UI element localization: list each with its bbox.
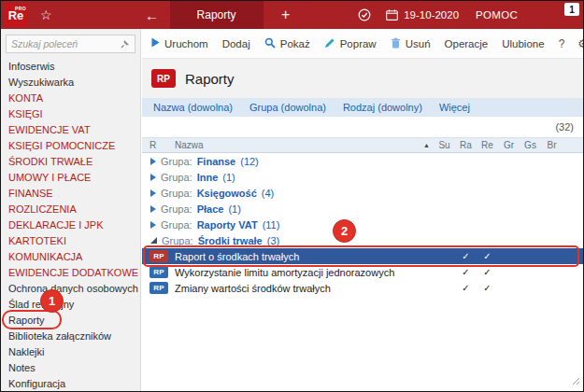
column-header-nazwa[interactable]: Nazwa ▲ [175,140,434,150]
group-row-finanse[interactable]: Grupa: Finanse (12) [142,153,583,169]
group-prefix: Grupa: [162,235,193,246]
sidebar-item-wyszukiwarka[interactable]: Wyszukiwarka [1,75,140,91]
sidebar-item-biblioteka-zalacznikow[interactable]: Biblioteka załączników [1,329,140,344]
column-header-gs[interactable]: Gs [520,140,541,150]
sidebar-item-ewidencje-dodatkowe[interactable]: EWIDENCJE DODATKOWE [1,265,140,281]
col-ra-check: ✓ [455,283,477,293]
work-date[interactable]: 19-10-2020 [404,9,459,21]
sidebar-item-umowy-i-place[interactable]: UMOWY I PŁACE [1,170,140,186]
help-button[interactable]: ? [559,37,565,50]
page-title: Raporty [185,71,235,87]
column-header-ra[interactable]: Ra [455,140,477,150]
favorites-menu[interactable]: Ulubione [502,38,544,49]
group-name: Inne [197,172,219,183]
callout-box-raporty [2,310,62,329]
filter-name[interactable]: Nazwa (dowolna) [153,102,233,113]
main-area: Uruchom Dodaj Pokaż Popraw Usuń Operacje [142,29,583,391]
sidebar-item-kartoteki[interactable]: KARTOTEKI [1,233,140,249]
module-rp-icon: RP [151,69,176,88]
group-name: Płace [197,203,224,215]
group-count: (12) [240,156,259,167]
column-header-r[interactable]: R [150,140,175,150]
operations-label: Operacje [445,38,489,49]
filter-kind[interactable]: Rodzaj (dowolny) [343,102,422,113]
column-header-re[interactable]: Re [477,140,498,150]
app-logo-pro-badge: PRO [15,6,26,11]
trash-icon [391,37,401,50]
operations-menu[interactable]: Operacje [445,38,489,49]
status-check-icon[interactable] [358,8,371,21]
column-header-gr[interactable]: Gr [498,140,520,150]
group-prefix: Grupa: [161,172,192,183]
show-button[interactable]: Pokaż [264,37,310,50]
sidebar-item-rozliczenia[interactable]: ROZLICZENIA [1,202,140,217]
expand-right-icon[interactable] [150,174,156,181]
sidebar-item-komunikacja[interactable]: KOMUNIKACJA [1,249,140,265]
column-header-br[interactable]: Br [541,140,563,150]
edit-button[interactable]: Popraw [324,37,377,50]
filter-group[interactable]: Grupa (dowolna) [249,102,326,113]
group-count: (1) [228,203,240,215]
run-label: Uruchom [164,38,208,49]
settings-gear-icon[interactable]: ⚙ [577,37,584,50]
tab-raporty[interactable]: Raporty [170,1,264,29]
collapse-icon[interactable] [150,237,157,244]
column-header-nazwa-label: Nazwa [175,140,204,150]
sidebar-item-naklejki[interactable]: Naklejki [1,344,140,360]
expand-right-icon[interactable] [150,158,156,165]
group-prefix: Grupa: [161,188,192,199]
sidebar-item-ksiegi-pomocnicze[interactable]: KSIĘGI POMOCNICZE [1,138,140,154]
report-rp-icon: RP [150,266,168,278]
sidebar-item-konfiguracja[interactable]: Konfiguracja [1,376,140,391]
sidebar-item-infoserwis[interactable]: Infoserwis [1,59,140,75]
favorites-star-icon[interactable]: ☆ [40,7,52,22]
help-menu[interactable]: POMOC [476,9,518,21]
toolbar-right-group: ? ⚙ × [559,36,584,51]
group-prefix: Grupa: [161,219,192,231]
sidebar-item-deklaracje-i-jpk[interactable]: DEKLARACJE I JPK [1,217,140,233]
pencil-icon [324,37,335,50]
column-header-su[interactable]: Su [434,140,455,150]
sidebar-item-ksiegi[interactable]: KSIĘGI [1,106,140,122]
report-row-zmiany-wartosci[interactable]: RP Zmiany wartości środków trwałych ✓ ✓ [142,280,583,296]
back-arrow-button[interactable]: ← [142,7,163,23]
group-row-ksiegowosc[interactable]: Grupa: Księgowość (4) [142,185,583,201]
add-button[interactable]: Dodaj [222,38,250,49]
toolbar: Uruchom Dodaj Pokaż Popraw Usuń Operacje [142,29,583,59]
report-list: Grupa: Finanse (12) Grupa: Inne (1) Grup… [142,153,583,296]
sort-ascending-icon: ▲ [423,142,430,148]
magnifier-icon [264,37,276,50]
tab-raporty-label: Raporty [197,8,236,21]
sidebar-item-srodki-trwale[interactable]: ŚRODKI TRWAŁE [1,154,140,170]
col-re-check: ✓ [477,283,498,293]
group-row-inne[interactable]: Grupa: Inne (1) [142,169,583,185]
resize-grip[interactable] [572,372,580,389]
favorites-label: Ulubione [502,38,544,49]
app-window: Re PRO ☆ ← Raporty + 19-10-2020 POMOC 1 … [0,0,584,392]
run-button[interactable]: Uruchom [151,37,208,49]
group-count: (4) [262,188,274,199]
callout-step-2: 2 [333,219,356,243]
filter-more[interactable]: Więcej [439,102,470,113]
calendar-icon[interactable] [386,9,398,21]
search-input[interactable]: Szukaj poleceń [6,35,135,53]
pin-icon[interactable] [121,35,130,52]
notification-badge[interactable]: 1 [564,3,579,16]
report-name: Zmiany wartości środków trwałych [175,283,434,294]
sidebar-item-konta[interactable]: KONTA [1,91,140,106]
delete-button[interactable]: Usuń [391,37,431,50]
sidebar-item-finanse[interactable]: FINANSE [1,186,140,202]
group-row-raporty-vat[interactable]: Grupa: Raporty VAT (11) [142,217,583,232]
sidebar-item-notes[interactable]: Notes [1,360,140,376]
sidebar-item-ochrona-danych-osobowych[interactable]: Ochrona danych osobowych [1,281,140,297]
search-placeholder: Szukaj poleceń [11,38,121,49]
expand-right-icon[interactable] [150,221,156,229]
expand-right-icon[interactable] [150,189,156,197]
sidebar-item-ewidencje-vat[interactable]: EWIDENCJE VAT [1,122,140,138]
app-logo: Re PRO [5,4,27,26]
group-row-place[interactable]: Grupa: Płace (1) [142,201,583,217]
group-count: (1) [222,172,235,183]
new-tab-button[interactable]: + [278,7,293,23]
expand-right-icon[interactable] [150,205,156,213]
module-header: RP Raporty [142,59,583,98]
